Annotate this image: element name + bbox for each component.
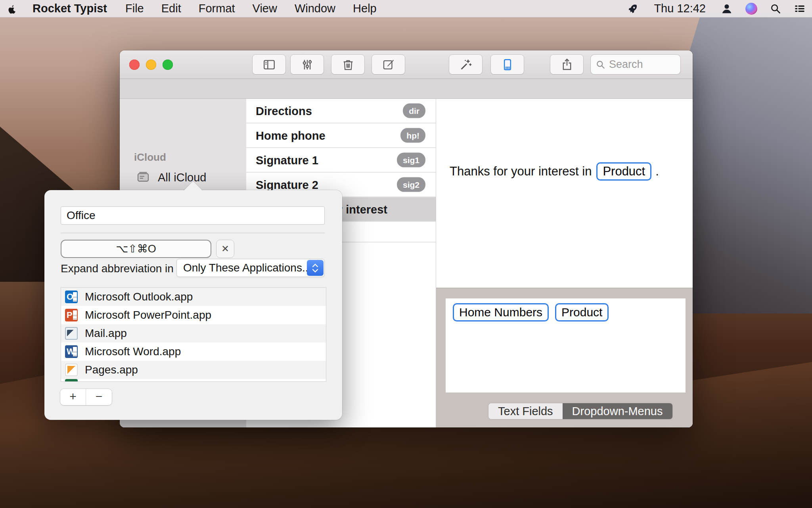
delete-snippet-button[interactable] (331, 55, 364, 74)
add-application-button[interactable]: + (60, 389, 86, 405)
snippet-row-signature-1[interactable]: Signature 1 sig1 (246, 148, 436, 173)
remove-application-button[interactable]: − (86, 389, 112, 405)
preview-text-after: . (655, 164, 659, 179)
snippet-title: Signature 1 (256, 154, 318, 167)
hotkey-recorder-field[interactable]: ⌥⇧⌘O (61, 240, 211, 258)
group-name-input[interactable] (61, 206, 325, 225)
outlook-app-icon: O (65, 291, 78, 303)
preview-text-before: Thanks for your interest in (450, 164, 592, 179)
menubar-app-name[interactable]: Rocket Typist (23, 2, 117, 15)
expand-scope-dropdown[interactable]: Only These Applications... (176, 259, 325, 277)
menu-file[interactable]: File (117, 2, 153, 15)
snippet-preview-text: Thanks for your interest in Product . (450, 162, 659, 181)
clear-hotkey-button[interactable]: ✕ (216, 240, 234, 258)
snippet-title: Directions (256, 105, 312, 117)
menu-bar: Rocket Typist File Edit Format View Wind… (0, 0, 812, 17)
window-subtoolbar (120, 79, 693, 99)
minimize-button[interactable] (146, 60, 156, 70)
preview-placeholder-token[interactable]: Product (596, 162, 651, 181)
word-app-icon: W (65, 345, 78, 358)
window-titlebar[interactable] (120, 50, 693, 79)
toggle-sidebar-button[interactable] (253, 55, 285, 74)
menu-help[interactable]: Help (344, 2, 385, 15)
placeholder-tokens-box: Home Numbers Product (446, 298, 686, 393)
compose-icon (382, 58, 395, 71)
abbreviation-badge: sig1 (397, 153, 425, 167)
close-icon: ✕ (221, 243, 229, 254)
application-list: O Microsoft Outlook.app P Microsoft Powe… (61, 287, 326, 382)
snippet-preview-pane: Thanks for your interest in Product . Ho… (436, 99, 693, 427)
placeholders-panel: Home Numbers Product Text Fields Dropdow… (436, 288, 693, 427)
expand-abbreviation-label: Expand abbreviation in (61, 262, 174, 275)
app-row-pages[interactable]: Pages.app (61, 361, 326, 379)
sidebar-item-label: All iCloud (158, 171, 207, 184)
expand-snippet-button[interactable] (449, 55, 482, 74)
share-icon (560, 58, 574, 71)
search-icon (770, 3, 781, 14)
app-name: Mail.app (85, 327, 127, 340)
powerpoint-app-icon: P (65, 309, 78, 321)
sidebar-icon (262, 58, 276, 71)
app-name: Microsoft Word.app (85, 345, 181, 358)
new-snippet-button[interactable] (372, 55, 405, 74)
dropdown-selected-value: Only These Applications... (183, 262, 311, 274)
siri-icon (745, 3, 757, 15)
app-name: Pages.app (85, 364, 138, 376)
close-button[interactable] (129, 60, 140, 70)
user-icon (721, 3, 733, 15)
dropdown-stepper (307, 260, 324, 276)
app-row-mail[interactable]: Mail.app (61, 324, 326, 343)
app-name: Microsoft Outlook.app (85, 291, 193, 303)
apple-logo-icon (6, 3, 17, 15)
chevron-up-icon (312, 264, 318, 267)
search-input[interactable] (609, 58, 672, 71)
notification-center-icon[interactable] (787, 3, 812, 14)
menu-format[interactable]: Format (190, 2, 244, 15)
app-name: Microsoft PowerPoint.app (85, 309, 211, 321)
pages-app-icon (65, 364, 78, 376)
placeholder-token-product[interactable]: Product (555, 303, 609, 321)
trash-icon (341, 58, 355, 71)
excel-app-icon (65, 379, 78, 382)
apple-menu[interactable] (0, 3, 23, 15)
divider (61, 233, 325, 233)
snippet-row-home-phone[interactable]: Home phone hp! (246, 123, 436, 148)
app-row-partial[interactable] (61, 379, 326, 382)
fast-user-switching-icon[interactable] (714, 3, 739, 15)
add-remove-control: + − (60, 389, 112, 405)
app-row-word[interactable]: W Microsoft Word.app (61, 343, 326, 361)
menu-edit[interactable]: Edit (153, 2, 190, 15)
placeholder-type-tabs: Text Fields Dropdown-Menus (488, 403, 672, 419)
siri-menu-icon[interactable] (739, 3, 764, 15)
sidebar-section-header: iCloud (134, 151, 166, 164)
menu-window[interactable]: Window (286, 2, 344, 15)
app-row-powerpoint[interactable]: P Microsoft PowerPoint.app (61, 306, 326, 324)
all-snippets-icon (136, 171, 151, 183)
toolbar-search-field[interactable] (591, 55, 680, 74)
magic-wand-icon (459, 58, 473, 71)
tab-dropdown-menus[interactable]: Dropdown-Menus (563, 403, 672, 419)
app-row-outlook[interactable]: O Microsoft Outlook.app (61, 288, 326, 306)
tab-text-fields[interactable]: Text Fields (488, 403, 563, 419)
list-icon (794, 3, 806, 14)
sliders-icon (301, 58, 314, 71)
abbreviation-badge: hp! (400, 128, 425, 143)
placeholder-token-home-numbers[interactable]: Home Numbers (453, 303, 549, 321)
abbreviation-badge: sig2 (397, 177, 425, 192)
snippet-group-popover: ⌥⇧⌘O ✕ Expand abbreviation in Only These… (44, 190, 342, 420)
search-icon (596, 60, 606, 70)
menubar-clock[interactable]: Thu 12:42 (645, 2, 714, 15)
device-keyboard-icon (501, 58, 514, 71)
rocket-typist-status-icon[interactable] (621, 3, 645, 14)
menu-view[interactable]: View (244, 2, 286, 15)
spotlight-icon[interactable] (764, 3, 787, 14)
snippet-row-directions[interactable]: Directions dir (246, 99, 436, 123)
abbreviation-badge: dir (403, 104, 425, 118)
zoom-button[interactable] (163, 60, 173, 70)
preview-device-button[interactable] (491, 55, 524, 74)
snippet-title: Home phone (256, 129, 326, 142)
share-button[interactable] (550, 55, 583, 74)
rocket-icon (626, 1, 641, 16)
filter-options-button[interactable] (291, 55, 324, 74)
sidebar-item-all-icloud[interactable]: All iCloud (120, 167, 246, 188)
